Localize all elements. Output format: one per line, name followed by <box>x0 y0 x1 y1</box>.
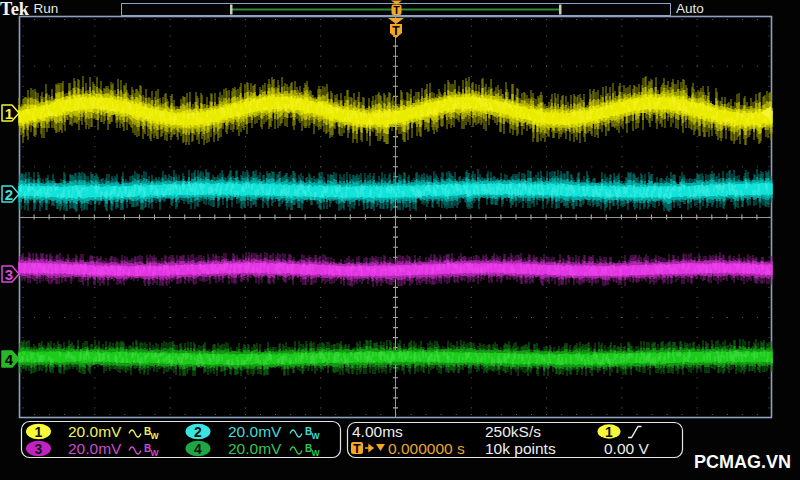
svg-text:250kS/s: 250kS/s <box>485 423 541 440</box>
svg-text:20.0mV: 20.0mV <box>68 440 122 457</box>
svg-text:3: 3 <box>5 266 13 283</box>
svg-text:4: 4 <box>5 351 14 368</box>
svg-text:1: 1 <box>35 424 43 440</box>
svg-text:20.0mV: 20.0mV <box>68 423 122 440</box>
svg-text:PCMAG.VN: PCMAG.VN <box>694 452 791 472</box>
svg-text:W: W <box>312 448 321 458</box>
svg-text:0.000000 s: 0.000000 s <box>388 440 465 457</box>
svg-text:Auto: Auto <box>676 1 704 16</box>
svg-text:0.00 V: 0.00 V <box>604 440 649 457</box>
svg-text:3: 3 <box>35 441 43 457</box>
svg-text:20.0mV: 20.0mV <box>228 440 282 457</box>
svg-text:W: W <box>312 431 321 441</box>
svg-text:T: T <box>393 4 400 16</box>
svg-text:W: W <box>151 448 160 458</box>
svg-text:2: 2 <box>5 186 13 203</box>
svg-text:1: 1 <box>5 105 13 122</box>
svg-text:T: T <box>392 24 400 38</box>
svg-text:2: 2 <box>194 424 202 440</box>
svg-text:T: T <box>353 442 361 456</box>
svg-text:Run: Run <box>34 1 59 16</box>
svg-text:10k points: 10k points <box>485 440 556 457</box>
svg-text:4: 4 <box>194 441 202 457</box>
svg-text:4.00ms: 4.00ms <box>352 423 403 440</box>
svg-text:W: W <box>151 431 160 441</box>
svg-text:1: 1 <box>605 424 613 440</box>
svg-text:20.0mV: 20.0mV <box>228 423 282 440</box>
